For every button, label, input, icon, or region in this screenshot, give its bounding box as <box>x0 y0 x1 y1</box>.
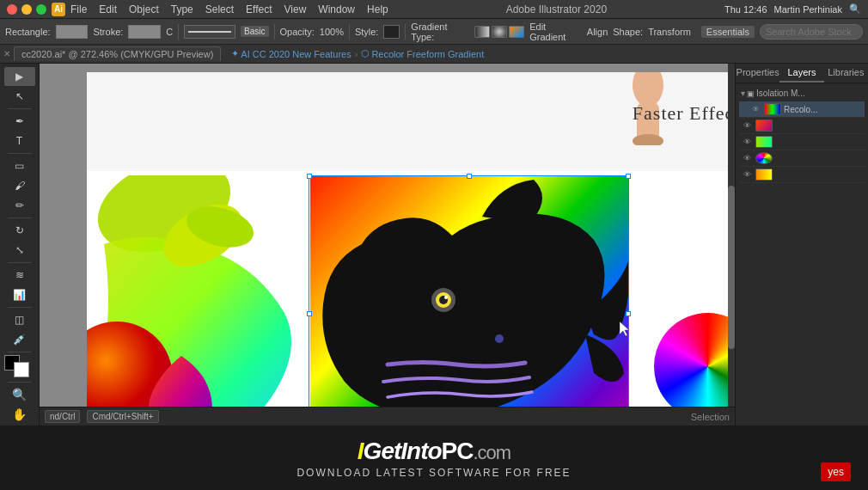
shortcut2: Cmd/Ctrl+Shift+ <box>87 410 158 423</box>
menu-select[interactable]: Select <box>205 3 234 15</box>
list-item[interactable]: 👁 <box>739 134 865 150</box>
tab-layers[interactable]: Layers <box>779 64 823 83</box>
essentials-button[interactable]: Essentials <box>701 26 755 38</box>
paintbrush-tool[interactable]: 🖌 <box>4 176 35 195</box>
shape-label2: Shape: <box>613 27 643 37</box>
status-bar: nd/Ctrl Cmd/Ctrl+Shift+ Selection <box>40 407 735 426</box>
tool-separator7 <box>8 382 32 383</box>
rotate-tool[interactable]: ↻ <box>4 221 35 240</box>
search-input[interactable] <box>760 24 863 40</box>
color-boxes <box>7 355 33 379</box>
layers-header: ▾ ▣ Isolation M... <box>739 87 865 100</box>
background-color[interactable] <box>14 362 29 377</box>
warp-tool[interactable]: ≋ <box>4 266 35 285</box>
zoom-tool[interactable]: 🔍 <box>4 385 35 404</box>
titlebar-left: Ai File Edit Object Type Select Effect V… <box>7 3 388 16</box>
breadcrumb-link-2[interactable]: ⬡ Recolor Freeform Gradient <box>361 48 484 59</box>
layer-name: Recolo... <box>784 105 817 114</box>
eyedropper-tool[interactable]: 💉 <box>4 330 35 349</box>
radial-gradient-icon[interactable] <box>492 26 507 38</box>
titlebar: Ai File Edit Object Type Select Effect V… <box>0 0 868 19</box>
separator <box>178 24 179 40</box>
layers-panel: ▾ ▣ Isolation M... 👁 Recolo... 👁 👁 <box>736 83 868 470</box>
type-tool[interactable]: T <box>4 132 35 150</box>
pencil-tool[interactable]: ✏ <box>4 196 35 215</box>
separator3 <box>349 24 350 40</box>
scale-tool[interactable]: ⤡ <box>4 241 35 260</box>
eye-icon-2[interactable]: 👁 <box>741 121 753 130</box>
menu-file[interactable]: File <box>70 3 87 15</box>
transform-label[interactable]: Transform <box>648 27 691 37</box>
stroke-line-picker[interactable] <box>184 25 235 39</box>
breadcrumb-link-1[interactable]: ✦ AI CC 2020 New Features <box>231 48 351 59</box>
shape-label: Rectangle: <box>5 27 51 37</box>
fill-swatch[interactable] <box>56 25 89 39</box>
window-controls[interactable] <box>7 4 46 15</box>
menu-type[interactable]: Type <box>171 3 193 15</box>
edit-gradient-label[interactable]: Edit Gradient <box>529 21 582 42</box>
tab-libraries[interactable]: Libraries <box>824 64 868 83</box>
layer-thumbnail-2 <box>755 119 773 132</box>
menu-window[interactable]: Window <box>318 3 355 15</box>
stroke-line-preview <box>188 31 231 33</box>
list-item[interactable]: 👁 <box>739 118 865 134</box>
separator2 <box>274 24 275 40</box>
select-tool[interactable]: ▶ <box>4 67 35 86</box>
color-wheel <box>654 313 735 420</box>
linear-gradient-icon[interactable] <box>474 26 490 38</box>
separator4 <box>405 24 406 40</box>
isolation-label: Isolation M... <box>756 89 805 98</box>
menu-bar[interactable]: File Edit Object Type Select Effect View… <box>70 3 388 15</box>
list-item[interactable]: 👁 <box>739 150 865 167</box>
eye-icon-3[interactable]: 👁 <box>741 138 753 146</box>
right-panel-tabs[interactable]: Properties Layers Libraries <box>736 64 868 83</box>
tab-close-icon[interactable]: ✕ <box>3 49 10 58</box>
tool-separator5 <box>8 307 32 308</box>
minimize-button[interactable] <box>21 4 32 15</box>
document-tab[interactable]: cc2020.ai* @ 272.46% (CMYK/GPU Preview) <box>14 46 221 61</box>
style-swatch[interactable] <box>383 25 400 39</box>
logo-into: Into <box>400 438 441 464</box>
direct-select-tool[interactable]: ↖ <box>4 87 35 106</box>
stroke-swatch[interactable] <box>128 25 161 39</box>
tool-separator2 <box>8 153 32 154</box>
breadcrumb-icon: ✦ <box>231 48 239 59</box>
align-label[interactable]: Align <box>587 27 608 37</box>
maximize-button[interactable] <box>36 4 46 15</box>
status-selection: Selection <box>691 412 730 422</box>
stroke-value: C <box>166 27 173 37</box>
rectangle-tool[interactable]: ▭ <box>4 156 35 175</box>
graph-tool[interactable]: 📊 <box>4 285 35 304</box>
eye-icon-5[interactable]: 👁 <box>741 170 753 179</box>
banner-sub-text: Download Latest Software for Free <box>296 467 571 479</box>
gradient-type-icons[interactable] <box>474 26 524 38</box>
tab-properties[interactable]: Properties <box>736 64 779 83</box>
collapse-arrow[interactable]: ▾ <box>741 89 745 98</box>
opacity-value: 100% <box>320 27 344 37</box>
menu-edit[interactable]: Edit <box>99 3 117 15</box>
layer-item-selected[interactable]: 👁 Recolo... <box>739 101 865 118</box>
layer-thumbnail <box>764 103 781 115</box>
banner-yes-button[interactable]: yes <box>821 462 851 481</box>
tool-separator <box>8 108 32 109</box>
menu-help[interactable]: Help <box>367 3 388 15</box>
pen-tool[interactable]: ✒ <box>4 112 35 131</box>
faster-effects-text: Faster Effects <box>633 102 735 125</box>
shortcut1: nd/Ctrl <box>45 410 80 423</box>
menu-view[interactable]: View <box>284 3 307 15</box>
menu-object[interactable]: Object <box>129 3 159 15</box>
tool-separator3 <box>8 217 32 218</box>
gradient-tool[interactable]: ◫ <box>4 310 35 329</box>
doc-filename: cc2020.ai* @ 272.46% (CMYK/GPU Preview) <box>21 49 213 59</box>
list-item[interactable]: 👁 <box>739 167 865 183</box>
eye-icon[interactable]: 👁 <box>749 105 761 113</box>
freeform-gradient-icon[interactable] <box>509 26 524 38</box>
close-button[interactable] <box>7 4 17 15</box>
logo-pc: PC <box>442 438 474 464</box>
search-icon[interactable]: 🔍 <box>849 3 861 15</box>
eye-icon-4[interactable]: 👁 <box>741 154 753 162</box>
hand-tool[interactable]: ✋ <box>4 405 35 424</box>
opacity-label: Opacity: <box>279 27 314 37</box>
menu-effect[interactable]: Effect <box>246 3 272 15</box>
vertical-scroll-thumb[interactable] <box>728 186 735 349</box>
